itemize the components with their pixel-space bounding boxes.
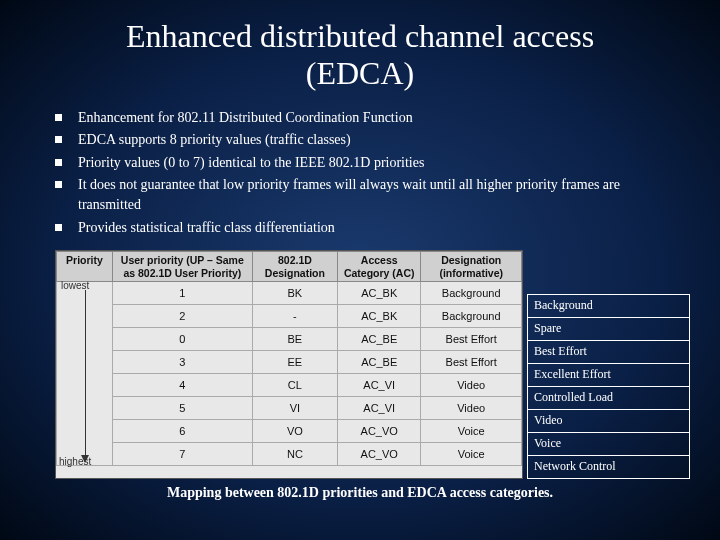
cell-d: CL (252, 374, 337, 397)
cell-ac: AC_BE (338, 351, 421, 374)
side-label: Video (528, 409, 690, 432)
priority-mapping-table: Priority User priority (UP – Same as 802… (55, 250, 523, 479)
cell-des: Best Effort (421, 328, 522, 351)
square-bullet-icon (55, 181, 62, 188)
bullet-item: Priority values (0 to 7) identical to th… (55, 153, 680, 173)
side-label: Voice (528, 432, 690, 455)
cell-ac: AC_BK (338, 282, 421, 305)
cell-ac: AC_BE (338, 328, 421, 351)
cell-ac: AC_BK (338, 305, 421, 328)
side-label: Background (528, 294, 690, 317)
col-access-category: Access Category (AC) (338, 252, 421, 282)
bullet-item: Enhancement for 802.11 Distributed Coord… (55, 108, 680, 128)
cell-up: 6 (113, 420, 253, 443)
arrow-line-icon (85, 290, 86, 457)
col-8021d: 802.1D Designation (252, 252, 337, 282)
slide-title: Enhanced distributed channel access (EDC… (0, 0, 720, 100)
side-label-table: Background Spare Best Effort Excellent E… (527, 250, 690, 479)
arrow-label-highest: highest (59, 456, 91, 467)
cell-des: Video (421, 374, 522, 397)
col-designation: Designation (informative) (421, 252, 522, 282)
priority-arrow-cell: lowest highest (57, 282, 113, 466)
col-priority: Priority (57, 252, 113, 282)
cell-up: 7 (113, 443, 253, 466)
cell-up: 3 (113, 351, 253, 374)
cell-d: BE (252, 328, 337, 351)
figure-caption: Mapping between 802.1D priorities and ED… (0, 479, 720, 501)
side-label: Best Effort (528, 340, 690, 363)
title-line-2: (EDCA) (306, 55, 414, 91)
side-label: Excellent Effort (528, 363, 690, 386)
square-bullet-icon (55, 159, 62, 166)
cell-d: VI (252, 397, 337, 420)
cell-d: VO (252, 420, 337, 443)
bullet-text: Priority values (0 to 7) identical to th… (78, 153, 680, 173)
bullet-text: EDCA supports 8 priority values (traffic… (78, 130, 680, 150)
bullet-item: Provides statistical traffic class diffe… (55, 218, 680, 238)
cell-up: 4 (113, 374, 253, 397)
cell-des: Voice (421, 420, 522, 443)
bullet-item: It does not guarantee that low priority … (55, 175, 680, 214)
bullet-list: Enhancement for 802.11 Distributed Coord… (0, 100, 720, 247)
side-label: Network Control (528, 455, 690, 478)
cell-up: 5 (113, 397, 253, 420)
bullet-text: Enhancement for 802.11 Distributed Coord… (78, 108, 680, 128)
square-bullet-icon (55, 136, 62, 143)
bullet-text: It does not guarantee that low priority … (78, 175, 680, 214)
cell-des: Video (421, 397, 522, 420)
cell-up: 2 (113, 305, 253, 328)
side-label: Controlled Load (528, 386, 690, 409)
square-bullet-icon (55, 114, 62, 121)
cell-d: - (252, 305, 337, 328)
cell-des: Voice (421, 443, 522, 466)
bullet-item: EDCA supports 8 priority values (traffic… (55, 130, 680, 150)
cell-up: 1 (113, 282, 253, 305)
cell-des: Background (421, 282, 522, 305)
cell-ac: AC_VI (338, 374, 421, 397)
cell-ac: AC_VO (338, 420, 421, 443)
cell-des: Best Effort (421, 351, 522, 374)
cell-d: EE (252, 351, 337, 374)
cell-des: Background (421, 305, 522, 328)
square-bullet-icon (55, 224, 62, 231)
cell-up: 0 (113, 328, 253, 351)
bullet-text: Provides statistical traffic class diffe… (78, 218, 680, 238)
cell-d: BK (252, 282, 337, 305)
title-line-1: Enhanced distributed channel access (126, 18, 594, 54)
side-spacer (528, 250, 690, 294)
figure-area: Priority User priority (UP – Same as 802… (0, 246, 720, 479)
side-label: Spare (528, 317, 690, 340)
col-user-priority: User priority (UP – Same as 802.1D User … (113, 252, 253, 282)
cell-ac: AC_VO (338, 443, 421, 466)
cell-ac: AC_VI (338, 397, 421, 420)
cell-d: NC (252, 443, 337, 466)
